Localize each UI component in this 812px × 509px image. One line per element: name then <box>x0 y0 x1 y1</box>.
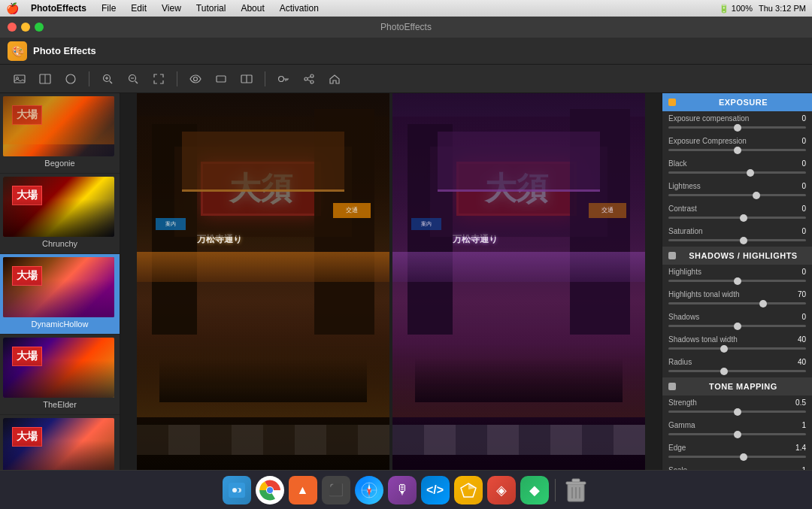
dock-item-app9[interactable]: ◈ <box>487 476 516 504</box>
dock-separator <box>555 479 556 501</box>
split-view: 大須 万松寺通り 交通 案内 <box>137 93 645 470</box>
slider-contrast: Contrast 0 <box>662 201 812 224</box>
sidebar-item-dynamichollow[interactable]: 大場 DynamicHollow <box>0 254 120 335</box>
slider-lightness: Lightness 0 <box>662 179 812 201</box>
slider-shadows-input[interactable] <box>668 325 806 327</box>
sidebar-label-theelder: TheElder <box>3 398 117 411</box>
svg-point-18 <box>304 77 308 80</box>
slider-lightness-input[interactable] <box>668 194 806 196</box>
dock-item-sketch[interactable] <box>454 476 483 504</box>
toolbar-sep-1 <box>89 71 89 86</box>
toolbar-zoom-in[interactable] <box>97 69 118 89</box>
slider-scale: Scale 1 <box>662 463 812 470</box>
slider-highlights-tonal-input[interactable] <box>668 302 806 304</box>
exposure-dot <box>668 98 676 106</box>
slider-gamma: Gamma 1 <box>662 418 812 441</box>
toolbar <box>0 65 812 93</box>
toolbar-fit[interactable] <box>148 69 169 89</box>
exposure-header[interactable]: EXPOSURE <box>662 93 812 111</box>
sidebar-label-begonie: Begonie <box>3 156 117 170</box>
sidebar-item-chrunchy[interactable]: 大場 Chrunchy <box>0 174 120 254</box>
svg-rect-0 <box>14 75 25 83</box>
main-layout: 大場 Begonie 大場 Chrunchy 大場 <box>0 93 812 470</box>
toolbar-share[interactable] <box>298 69 320 89</box>
toolbar-split[interactable] <box>236 69 257 89</box>
menu-icons: 🔋 100% <box>719 4 753 14</box>
toolbar-key[interactable] <box>273 69 294 89</box>
toolbar-add-photo[interactable] <box>9 69 30 89</box>
slider-gamma-input[interactable] <box>668 433 806 435</box>
left-sidebar: 大場 Begonie 大場 Chrunchy 大場 <box>0 93 120 470</box>
toolbar-sep-2 <box>177 71 177 86</box>
toolbar-rect[interactable] <box>211 69 232 89</box>
svg-rect-39 <box>572 479 580 482</box>
app-header: 🎨 Photo Effects <box>0 38 812 65</box>
slider-saturation-input[interactable] <box>668 239 806 241</box>
slider-exposure-compress-input[interactable] <box>668 149 806 151</box>
slider-shadows-tonal-input[interactable] <box>668 347 806 350</box>
maximize-button[interactable] <box>35 23 44 32</box>
window-title: PhotoEffects <box>380 22 432 32</box>
slider-exposure-comp-input[interactable] <box>668 126 806 129</box>
slider-highlights-input[interactable] <box>668 280 806 282</box>
tonemapping-header[interactable]: TONE MAPPING <box>662 377 812 395</box>
tonemapping-title: TONE MAPPING <box>680 382 806 391</box>
slider-exposure-compress: Exposure Compression 0 <box>662 134 812 156</box>
menu-bar-right: 🔋 100% Thu 3:12 PM <box>719 4 806 14</box>
dock-item-vscode[interactable]: </> <box>421 476 450 504</box>
toolbar-circle[interactable] <box>60 69 81 89</box>
menu-tutorial[interactable]: Tutorial <box>193 3 229 14</box>
menu-activation[interactable]: Activation <box>277 3 322 14</box>
app-title: Photo Effects <box>33 45 96 56</box>
exposure-title: EXPOSURE <box>680 98 806 107</box>
minimize-button[interactable] <box>21 23 30 32</box>
sidebar-item-begonie[interactable]: 大場 Begonie <box>0 93 120 174</box>
shadows-content: Highlights 0 Highlights tonal width 70 S… <box>662 265 812 377</box>
svg-point-23 <box>232 488 237 492</box>
svg-line-20 <box>308 77 311 78</box>
dock: ▲ ⬛ 🎙 </> ◈ ◆ <box>0 470 812 509</box>
slider-shadows-tonal: Shadows tonal width 40 <box>662 332 812 355</box>
photo-right: 大須 万松寺通り 交通 案内 <box>392 93 645 470</box>
slider-radius-input[interactable] <box>668 370 806 372</box>
svg-line-6 <box>110 81 112 83</box>
slider-black-input[interactable] <box>668 171 806 174</box>
slider-strength-input[interactable] <box>668 411 806 413</box>
toolbar-compare[interactable] <box>35 69 56 89</box>
tonemapping-dot <box>668 383 676 390</box>
photo-left: 大須 万松寺通り 交通 案内 <box>137 93 389 470</box>
svg-point-12 <box>194 77 198 80</box>
dock-item-podcasts[interactable]: 🎙 <box>388 476 417 504</box>
right-panel: EXPOSURE Exposure compensation 0 Exposur… <box>662 93 812 470</box>
menu-edit[interactable]: Edit <box>128 3 150 14</box>
menu-app-name[interactable]: PhotoEffects <box>28 3 89 14</box>
toolbar-eye[interactable] <box>185 69 206 89</box>
dock-item-app3[interactable]: ▲ <box>289 476 317 504</box>
dock-item-app10[interactable]: ◆ <box>520 476 549 504</box>
menu-view[interactable]: View <box>159 3 184 14</box>
menu-file[interactable]: File <box>98 3 119 14</box>
menu-bar-left: 🍎 PhotoEffects File Edit View Tutorial A… <box>6 2 322 14</box>
close-button[interactable] <box>8 23 17 32</box>
dock-item-safari[interactable] <box>355 476 383 504</box>
slider-exposure-comp: Exposure compensation 0 <box>662 111 812 134</box>
dock-item-finder[interactable] <box>223 476 251 504</box>
slider-edge-input[interactable] <box>668 456 806 458</box>
toolbar-home[interactable] <box>324 69 345 89</box>
apple-menu[interactable]: 🍎 <box>6 2 19 14</box>
sidebar-item-theelder[interactable]: 大場 TheElder <box>0 335 120 415</box>
dock-item-chrome[interactable] <box>256 476 284 504</box>
shadows-header[interactable]: SHADOWS / HIGHLIGHTS <box>662 247 812 265</box>
slider-shadows: Shadows 0 <box>662 310 812 332</box>
sidebar-item-vacuous[interactable]: 大場 Vacuous <box>0 415 120 470</box>
sidebar-label-dynamichollow: DynamicHollow <box>3 317 117 331</box>
toolbar-zoom-out[interactable] <box>123 69 144 89</box>
menu-about[interactable]: About <box>238 3 267 14</box>
svg-line-10 <box>135 81 138 83</box>
shadows-title: SHADOWS / HIGHLIGHTS <box>680 251 806 260</box>
slider-edge: Edge 1.4 <box>662 441 812 463</box>
canvas-area: 大須 万松寺通り 交通 案内 <box>120 93 662 470</box>
dock-item-app4[interactable]: ⬛ <box>322 476 350 504</box>
slider-contrast-input[interactable] <box>668 217 806 219</box>
dock-item-trash[interactable] <box>562 476 590 504</box>
